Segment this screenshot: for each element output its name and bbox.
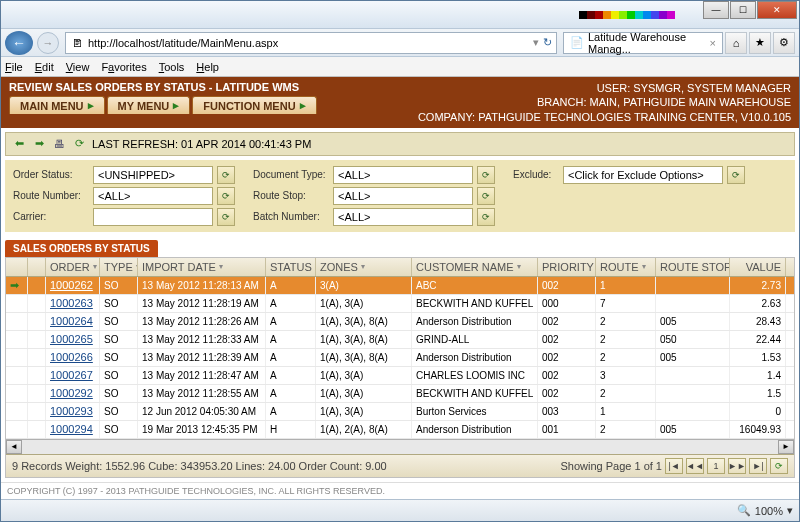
route-number-label: Route Number: (13, 190, 89, 201)
tab-close-icon[interactable]: × (710, 37, 716, 49)
horizontal-scrollbar[interactable]: ◄ ► (6, 439, 794, 454)
back-arrow-icon[interactable]: ⬅ (12, 137, 26, 151)
grid-summary: 9 Records Weight: 1552.96 Cube: 343953.2… (12, 460, 387, 472)
route-number-input[interactable]: <ALL> (93, 187, 213, 205)
zoom-icon[interactable]: 🔍 (737, 504, 751, 517)
order-link[interactable]: 1000263 (50, 297, 93, 309)
carrier-input[interactable] (93, 208, 213, 226)
menubar: File Edit View Favorites Tools Help (1, 57, 799, 77)
order-link[interactable]: 1000267 (50, 369, 93, 381)
route-stop-label: Route Stop: (253, 190, 329, 201)
tools-button[interactable]: ⚙ (773, 32, 795, 54)
pager-label: Showing Page 1 of 1 (560, 460, 662, 472)
menu-view[interactable]: View (66, 61, 90, 73)
order-status-label: Order Status: (13, 169, 89, 180)
pager-first[interactable]: |◄ (665, 458, 683, 474)
table-row[interactable]: 1000292SO13 May 2012 11:28:55 AMA1(A), 3… (6, 385, 794, 403)
order-status-lookup[interactable]: ⟳ (217, 166, 235, 184)
menu-file[interactable]: File (5, 61, 23, 73)
route-number-lookup[interactable]: ⟳ (217, 187, 235, 205)
minimize-button[interactable]: — (703, 1, 729, 19)
col-customer[interactable]: CUSTOMER NAME▾ (412, 258, 538, 276)
order-link[interactable]: 1000264 (50, 315, 93, 327)
table-row[interactable]: ➡1000262SO13 May 2012 11:28:13 AMA3(A)AB… (6, 277, 794, 295)
pager-next[interactable]: ►► (728, 458, 746, 474)
col-icon2[interactable] (28, 258, 46, 276)
dropdown-icon[interactable]: ▾ (533, 36, 539, 49)
zoom-dropdown-icon[interactable]: ▾ (787, 504, 793, 517)
menu-help[interactable]: Help (196, 61, 219, 73)
data-grid: ORDER▾ TYPE▾ IMPORT DATE▾ STATUS▾ ZONES▾… (5, 257, 795, 478)
col-route-stop[interactable]: ROUTE STOP▾ (656, 258, 730, 276)
pager-last[interactable]: ►| (749, 458, 767, 474)
scroll-right-icon[interactable]: ► (778, 440, 794, 454)
tab-my-menu[interactable]: MY MENU▸ (107, 96, 191, 114)
menu-edit[interactable]: Edit (35, 61, 54, 73)
user-info: USER: SYSMGR, SYSTEM MANAGER (418, 81, 791, 95)
grid-footer: 9 Records Weight: 1552.96 Cube: 343953.2… (6, 454, 794, 477)
route-stop-lookup[interactable]: ⟳ (477, 187, 495, 205)
doc-type-input[interactable]: <ALL> (333, 166, 473, 184)
close-button[interactable]: ✕ (757, 1, 797, 19)
table-row[interactable]: 1000294SO19 Mar 2013 12:45:35 PMH1(A), 2… (6, 421, 794, 439)
scroll-left-icon[interactable]: ◄ (6, 440, 22, 454)
grid-header: ORDER▾ TYPE▾ IMPORT DATE▾ STATUS▾ ZONES▾… (6, 258, 794, 277)
play-icon: ▸ (300, 99, 306, 112)
copyright: COPYRIGHT (C) 1997 - 2013 PATHGUIDE TECH… (1, 482, 799, 499)
filter-panel: Order Status: <UNSHIPPED> ⟳ Route Number… (5, 160, 795, 232)
order-link[interactable]: 1000293 (50, 405, 93, 417)
col-value[interactable]: VALUE (730, 258, 786, 276)
col-icon1[interactable] (6, 258, 28, 276)
carrier-label: Carrier: (13, 211, 89, 222)
tab-main-menu[interactable]: MAIN MENU▸ (9, 96, 105, 114)
maximize-button[interactable]: ☐ (730, 1, 756, 19)
refresh-icon[interactable]: ⟳ (72, 137, 86, 151)
doc-type-lookup[interactable]: ⟳ (477, 166, 495, 184)
order-link[interactable]: 1000294 (50, 423, 93, 435)
print-icon[interactable]: 🖶 (52, 137, 66, 151)
table-row[interactable]: 1000266SO13 May 2012 11:28:39 AMA1(A), 3… (6, 349, 794, 367)
carrier-lookup[interactable]: ⟳ (217, 208, 235, 226)
back-button[interactable]: ← (5, 31, 33, 55)
exclude-lookup[interactable]: ⟳ (727, 166, 745, 184)
menu-favorites[interactable]: Favorites (101, 61, 146, 73)
col-type[interactable]: TYPE▾ (100, 258, 138, 276)
table-row[interactable]: 1000293SO12 Jun 2012 04:05:30 AMA1(A), 3… (6, 403, 794, 421)
exclude-input[interactable]: <Click for Exclude Options> (563, 166, 723, 184)
batch-number-input[interactable]: <ALL> (333, 208, 473, 226)
tab-icon: 📄 (570, 36, 584, 50)
col-zones[interactable]: ZONES▾ (316, 258, 412, 276)
browser-tab[interactable]: 📄 Latitude Warehouse Manag... × (563, 32, 723, 54)
order-link[interactable]: 1000262 (50, 279, 93, 291)
home-button[interactable]: ⌂ (725, 32, 747, 54)
batch-number-lookup[interactable]: ⟳ (477, 208, 495, 226)
doc-type-label: Document Type: (253, 169, 329, 180)
pager-refresh[interactable]: ⟳ (770, 458, 788, 474)
order-status-input[interactable]: <UNSHIPPED> (93, 166, 213, 184)
col-route[interactable]: ROUTE▾ (596, 258, 656, 276)
col-status[interactable]: STATUS▾ (266, 258, 316, 276)
col-order[interactable]: ORDER▾ (46, 258, 100, 276)
page-title: REVIEW SALES ORDERS BY STATUS - LATITUDE… (9, 81, 317, 93)
table-row[interactable]: 1000265SO13 May 2012 11:28:33 AMA1(A), 3… (6, 331, 794, 349)
col-import-date[interactable]: IMPORT DATE▾ (138, 258, 266, 276)
route-stop-input[interactable]: <ALL> (333, 187, 473, 205)
order-link[interactable]: 1000266 (50, 351, 93, 363)
favorites-button[interactable]: ★ (749, 32, 771, 54)
refresh-icon[interactable]: ↻ (543, 36, 552, 49)
pager-page[interactable]: 1 (707, 458, 725, 474)
menu-tools[interactable]: Tools (159, 61, 185, 73)
col-priority[interactable]: PRIORITY▾ (538, 258, 596, 276)
table-row[interactable]: 1000264SO13 May 2012 11:28:26 AMA1(A), 3… (6, 313, 794, 331)
fwd-arrow-icon[interactable]: ➡ (32, 137, 46, 151)
pager-prev[interactable]: ◄◄ (686, 458, 704, 474)
order-link[interactable]: 1000265 (50, 333, 93, 345)
exclude-label: Exclude: (513, 169, 559, 180)
table-row[interactable]: 1000263SO13 May 2012 11:28:19 AMA1(A), 3… (6, 295, 794, 313)
forward-button[interactable]: → (37, 32, 59, 54)
address-bar[interactable]: 🖹 http://localhost/latitude/MainMenu.asp… (65, 32, 557, 54)
tab-function-menu[interactable]: FUNCTION MENU▸ (192, 96, 316, 114)
branch-info: BRANCH: MAIN, PATHGUIDE MAIN WAREHOUSE (418, 95, 791, 109)
order-link[interactable]: 1000292 (50, 387, 93, 399)
table-row[interactable]: 1000267SO13 May 2012 11:28:47 AMA1(A), 3… (6, 367, 794, 385)
